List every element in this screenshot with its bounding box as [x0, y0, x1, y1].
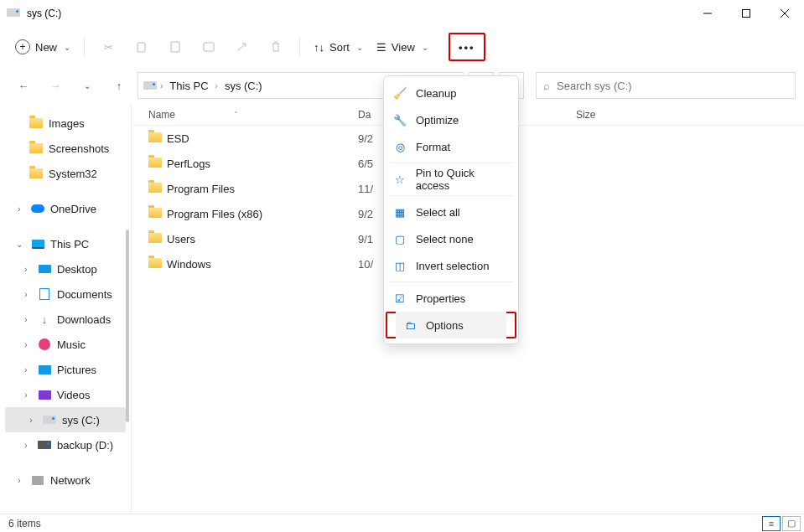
menu-separator: [389, 281, 513, 282]
folder-icon: [148, 132, 162, 142]
search-input[interactable]: [557, 80, 788, 92]
menu-invert-selection[interactable]: ◫Invert selection: [384, 252, 518, 279]
invert-icon: ◫: [392, 260, 407, 272]
sidebar-item-documents[interactable]: ›Documents: [0, 281, 131, 307]
minimize-button[interactable]: [688, 0, 727, 27]
breadcrumb-current[interactable]: sys (C:): [221, 80, 266, 92]
scrollbar-thumb[interactable]: [126, 230, 129, 422]
paste-icon: [169, 40, 182, 54]
copy-button[interactable]: [127, 32, 157, 62]
maximize-button[interactable]: [727, 0, 765, 27]
chevron-right-icon[interactable]: ›: [20, 265, 32, 274]
chevron-right-icon[interactable]: ›: [13, 476, 25, 485]
more-button[interactable]: •••: [449, 33, 485, 61]
forward-button[interactable]: →: [42, 72, 69, 99]
svg-rect-6: [204, 43, 214, 51]
sidebar-item-thispc[interactable]: ⌄This PC: [0, 231, 131, 256]
chevron-right-icon: ›: [214, 81, 220, 90]
menu-label: Select none: [416, 233, 474, 245]
col-size[interactable]: Size: [576, 109, 643, 121]
sidebar-label: Videos: [57, 389, 91, 401]
folder-icon: [148, 233, 162, 243]
menu-properties[interactable]: ☑Properties: [384, 285, 518, 312]
search-box[interactable]: ⌕: [536, 72, 796, 99]
menu-format[interactable]: ◎Format: [384, 133, 518, 160]
file-name: Program Files: [167, 183, 358, 195]
item-count: 6 items: [8, 518, 41, 529]
pictures-icon: [39, 365, 51, 374]
window-title: sys (C:): [27, 8, 61, 19]
sidebar-item-images[interactable]: Images: [0, 111, 131, 136]
sidebar-item-desktop[interactable]: ›Desktop: [0, 256, 131, 281]
cut-button[interactable]: ✂: [93, 32, 123, 62]
sidebar-label: Documents: [57, 288, 112, 301]
view-button[interactable]: ☰ View ⌄: [371, 32, 433, 62]
view-label: View: [392, 41, 415, 54]
sidebar-item-system32[interactable]: System32: [0, 161, 131, 186]
trash-icon: [269, 40, 283, 54]
delete-button[interactable]: [261, 32, 291, 62]
file-name: ESD: [167, 132, 358, 145]
share-button[interactable]: [227, 32, 257, 62]
chevron-right-icon[interactable]: ›: [20, 390, 32, 400]
menu-label: Cleanup: [416, 87, 456, 100]
sort-indicator-icon: ˄: [234, 111, 238, 119]
chevron-down-icon[interactable]: ⌄: [13, 240, 25, 249]
menu-separator: [389, 195, 513, 196]
chevron-right-icon[interactable]: ›: [25, 416, 37, 425]
recent-button[interactable]: ⌄: [74, 72, 101, 99]
col-name[interactable]: Name: [148, 109, 175, 121]
chevron-right-icon[interactable]: ›: [20, 365, 32, 374]
chevron-right-icon[interactable]: ›: [20, 315, 32, 324]
folder-icon: [29, 118, 43, 128]
sidebar-item-onedrive[interactable]: ›OneDrive: [0, 196, 131, 221]
chevron-right-icon[interactable]: ›: [20, 340, 32, 349]
disc-icon: ◎: [392, 141, 407, 153]
folder-icon: [148, 183, 162, 193]
menu-select-all[interactable]: ▦Select all: [384, 199, 518, 225]
chevron-right-icon[interactable]: ›: [13, 204, 25, 214]
titlebar: sys (C:): [0, 0, 804, 27]
chevron-right-icon[interactable]: ›: [20, 441, 32, 450]
menu-optimize[interactable]: 🔧Optimize: [384, 106, 518, 133]
menu-label: Format: [416, 141, 450, 153]
back-button[interactable]: ←: [10, 72, 37, 99]
sidebar-item-network[interactable]: ›Network: [0, 467, 131, 493]
new-button[interactable]: + New ⌄: [10, 32, 75, 62]
close-button[interactable]: [765, 0, 804, 27]
videos-icon: [39, 390, 51, 400]
menu-cleanup[interactable]: 🧹Cleanup: [384, 80, 518, 106]
up-button[interactable]: ↑: [106, 72, 132, 99]
sidebar-item-screenshots[interactable]: Screenshots: [0, 136, 131, 161]
sidebar-item-videos[interactable]: ›Videos: [0, 382, 131, 407]
svg-rect-5: [171, 42, 179, 52]
sidebar-item-backup-d[interactable]: ›backup (D:): [0, 432, 131, 457]
chevron-down-icon: ⌄: [64, 43, 70, 52]
copy-icon: [135, 40, 148, 54]
chevron-right-icon[interactable]: ›: [20, 290, 32, 299]
status-bar: 6 items ≡ ▢: [0, 514, 804, 532]
scissors-icon: ✂: [104, 41, 113, 54]
sidebar-item-pictures[interactable]: ›Pictures: [0, 357, 131, 382]
file-name: Program Files (x86): [167, 208, 358, 220]
pc-icon: [32, 240, 44, 249]
sidebar-label: Music: [57, 338, 86, 351]
folder-icon: [29, 168, 43, 178]
menu-label: Select all: [416, 206, 460, 219]
file-name: Users: [167, 233, 358, 245]
select-all-icon: ▦: [392, 206, 407, 219]
menu-pin[interactable]: ☆Pin to Quick access: [384, 166, 518, 193]
rename-button[interactable]: [194, 32, 224, 62]
details-view-button[interactable]: ≡: [762, 516, 781, 531]
menu-label: Pin to Quick access: [416, 167, 510, 192]
breadcrumb-root[interactable]: This PC: [166, 80, 211, 92]
sidebar-item-sys-c[interactable]: ›sys (C:): [5, 407, 126, 432]
sort-button[interactable]: ↑↓ Sort ⌄: [309, 32, 368, 62]
menu-options[interactable]: 🗀Options: [386, 312, 516, 338]
sidebar-item-music[interactable]: ›Music: [0, 332, 131, 357]
paste-button[interactable]: [160, 32, 190, 62]
menu-select-none[interactable]: ▢Select none: [384, 225, 518, 252]
new-label: New: [35, 41, 57, 54]
icons-view-button[interactable]: ▢: [782, 516, 801, 531]
sidebar-item-downloads[interactable]: ›↓Downloads: [0, 307, 131, 332]
